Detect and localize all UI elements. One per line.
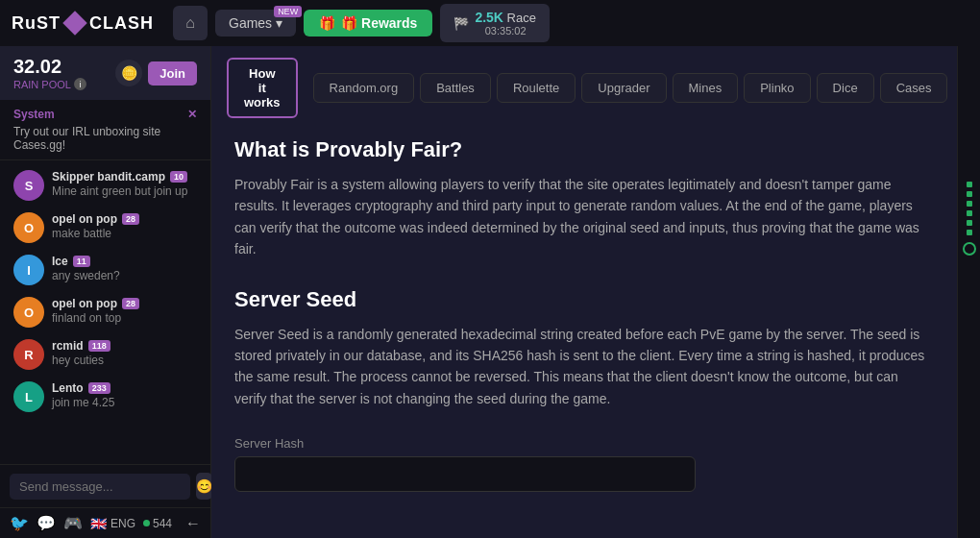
tab-plinko[interactable]: Plinko [744,73,810,103]
chat-level: 10 [170,171,187,183]
avatar: I [13,255,44,285]
chat-level: 11 [73,256,90,267]
chat-level: 233 [88,382,110,394]
chat-content: Skipper bandit.camp 10 Mine aint green b… [52,170,187,198]
games-button[interactable]: Games NEW ▾ [215,10,296,37]
logo-text-rust: RuST [12,13,61,34]
tabs-bar: How it worksRandom.orgBattlesRouletteUpg… [211,46,957,118]
chat-user: rcmid 118 [52,339,110,353]
section2-title: Server Seed [234,287,934,312]
chat-level: 118 [88,340,110,352]
chat-user: opel on pop 28 [52,212,139,226]
chat-level: 28 [122,213,139,225]
tab-upgrader[interactable]: Upgrader [581,73,666,103]
chat-message: hey cuties [52,354,110,367]
tab-how-it-works[interactable]: How it works [227,58,298,118]
chat-content: Ice 11 any sweden? [52,255,120,282]
chat-message: make battle [52,227,139,240]
logo-text-clash: CLASH [89,13,154,34]
chat-list: S Skipper bandit.camp 10 Mine aint green… [0,160,210,464]
system-title: System ✕ [13,108,197,121]
chat-input[interactable] [10,474,190,500]
chat-content: opel on pop 28 finland on top [52,297,139,325]
content-scroll: What is Provably Fair? Provably Fair is … [211,118,957,538]
content-area: How it worksRandom.orgBattlesRouletteUpg… [211,46,957,538]
race-label: Race [507,11,536,25]
rewards-button[interactable]: 🎁 🎁 Rewards [304,10,432,37]
race-icon: 🏁 [453,16,469,31]
rewards-label: 🎁 Rewards [341,15,417,31]
discord-icon[interactable]: 💬 [37,514,56,532]
deco-dot-3 [967,201,972,207]
logo: RuST CLASH [12,13,154,34]
home-button[interactable]: ⌂ [173,6,208,40]
games-badge: NEW [274,6,302,17]
chat-username: rcmid [52,339,84,353]
deco-dot-1 [967,182,972,187]
chat-user: Skipper bandit.camp 10 [52,170,187,183]
sidebar: 32.02 RAIN POOL i 🪙 Join System ✕ Try ou… [0,46,211,538]
section1-title: What is Provably Fair? [234,137,934,162]
coin-icon: 🪙 [115,60,142,86]
chat-username: opel on pop [52,212,117,226]
chat-item: I Ice 11 any sweden? [0,249,210,291]
sidebar-footer: 🐦 💬 🎮 🇬🇧 ENG 544 ← [0,507,210,538]
chevron-down-icon: ▾ [276,15,282,31]
online-count: 544 [143,517,172,530]
online-dot [143,520,150,526]
close-icon[interactable]: ✕ [187,108,197,121]
chat-message: Mine aint green but join up [52,184,187,198]
tab-cases[interactable]: Cases [880,73,948,103]
chat-item: L Lento 233 join me 4.25 [0,376,210,418]
balance-amount: 32.02 [13,56,86,78]
server-hash-label: Server Hash [234,436,934,451]
tab-dice[interactable]: Dice [817,73,874,103]
chat-item: S Skipper bandit.camp 10 Mine aint green… [0,164,210,207]
tab-roulette[interactable]: Roulette [497,73,576,103]
system-section: System ✕ Try out our IRL unboxing site C… [0,100,210,160]
back-icon[interactable]: ← [185,515,201,532]
chat-user: Ice 11 [52,255,120,268]
chat-content: opel on pop 28 make battle [52,212,139,240]
race-count: 2.5K [475,10,503,25]
pool-label: RAIN POOL i [13,78,86,90]
emoji-button[interactable]: 😊 [196,473,212,500]
server-hash-input[interactable] [234,456,696,492]
avatar: L [13,381,44,412]
chat-username: Ice [52,255,68,268]
logo-diamond-icon [62,11,86,35]
chat-item: O opel on pop 28 make battle [0,207,210,249]
language-selector[interactable]: 🇬🇧 ENG [90,516,135,531]
chat-message: finland on top [52,311,139,325]
chat-username: Lento [52,381,84,395]
avatar: S [13,170,44,201]
deco-dot-2 [967,191,972,197]
tab-mines[interactable]: Mines [673,73,739,103]
race-button[interactable]: 🏁 2.5K Race 03:35:02 [440,4,550,42]
chat-message: any sweden? [52,269,120,282]
avatar: O [13,212,44,243]
steam-icon[interactable]: 🎮 [63,514,83,532]
twitter-icon[interactable]: 🐦 [10,514,29,532]
main-body: 32.02 RAIN POOL i 🪙 Join System ✕ Try ou… [0,46,980,538]
chat-message: join me 4.25 [52,396,114,409]
avatar: R [13,339,44,370]
lang-label: ENG [110,517,135,530]
chat-username: opel on pop [52,297,117,310]
deco-dot-6 [967,230,972,235]
chat-username: Skipper bandit.camp [52,170,165,183]
tab-randomorg[interactable]: Random.org [313,73,415,103]
join-button[interactable]: Join [148,61,197,86]
tab-battles[interactable]: Battles [420,73,491,103]
chat-item: O opel on pop 28 finland on top [0,291,210,333]
chat-item: R rcmid 118 hey cuties [0,333,210,376]
system-text: Try out our IRL unboxing site Cases.gg! [13,125,197,152]
section2-body: Server Seed is a randomly generated hexa… [234,324,934,410]
chat-user: opel on pop 28 [52,297,139,310]
online-number: 544 [153,517,172,530]
deco-dot-4 [967,210,972,216]
balance-section: 32.02 RAIN POOL i 🪙 Join [0,46,210,100]
race-time: 03:35:02 [475,25,536,37]
flag-icon: 🇬🇧 [90,516,107,531]
chat-content: rcmid 118 hey cuties [52,339,110,367]
